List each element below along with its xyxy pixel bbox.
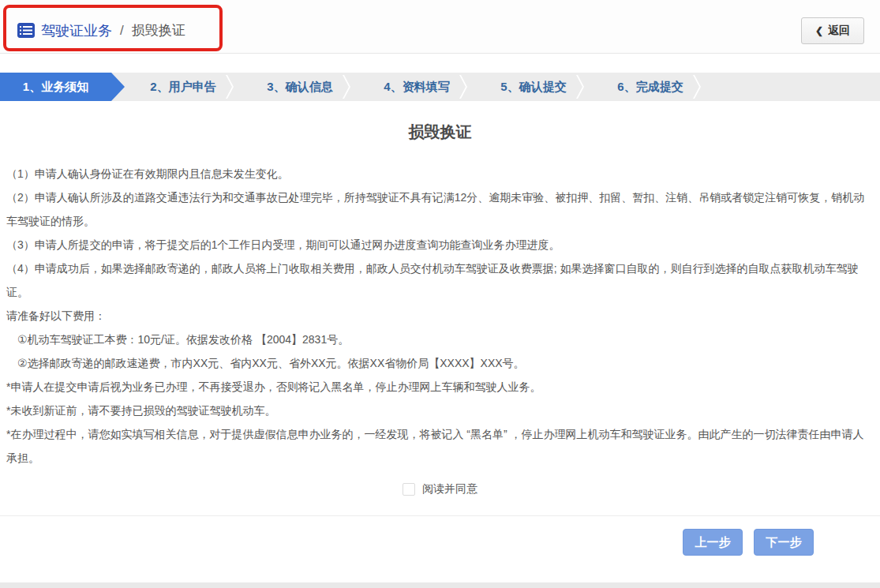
notice-paragraph: *未收到新证前，请不要持已损毁的驾驶证驾驶机动车。 xyxy=(6,399,874,422)
step-item[interactable]: 6、完成提交 xyxy=(592,73,709,101)
previous-step-button[interactable]: 上一步 xyxy=(683,529,743,556)
step-item-label: 5、确认提交 xyxy=(500,80,566,95)
back-button-label: 返回 xyxy=(828,24,850,38)
step-item[interactable]: 1、业务须知 xyxy=(0,73,125,101)
breadcrumb-page: 损毁换证 xyxy=(132,21,185,39)
notice-list: （1）申请人确认身份证在有效期限内且信息未发生变化。（2）申请人确认所涉及的道路… xyxy=(6,162,874,470)
notice-paragraph: ①机动车驾驶证工本费：10元/证。依据发改价格 【2004】2831号。 xyxy=(6,328,874,351)
step-item-label: 1、业务须知 xyxy=(23,80,88,95)
notice-paragraph: （1）申请人确认身份证在有效期限内且信息未发生变化。 xyxy=(6,162,874,185)
agree-checkbox[interactable] xyxy=(403,483,415,496)
notice-paragraph: （2）申请人确认所涉及的道路交通违法行为和交通事故已处理完毕，所持驾驶证不具有记… xyxy=(6,185,874,233)
step-bar-filler xyxy=(709,73,880,101)
step-item[interactable]: 2、用户申告 xyxy=(125,73,242,101)
agree-label[interactable]: 阅读并同意 xyxy=(422,482,477,496)
step-wizard: 1、业务须知 2、用户申告 3、确认信息 4、资料填写 5、确认提交 6、完成提… xyxy=(0,73,880,101)
bottom-edge-strip xyxy=(0,582,880,588)
notice-paragraph: *在办理过程中，请您如实填写相关信息，对于提供虚假信息申办业务的，一经发现，将被… xyxy=(6,422,874,470)
footer-actions: 上一步 下一步 xyxy=(0,515,880,556)
breadcrumb-separator: / xyxy=(118,23,125,39)
notice-paragraph: 请准备好以下费用： xyxy=(6,304,874,328)
breadcrumb-section[interactable]: 驾驶证业务 xyxy=(41,21,112,40)
notice-paragraph: ②选择邮政寄递的邮政速递费，市内XX元、省内XX元、省外XX元。依据XX省物价局… xyxy=(6,351,874,375)
notice-paragraph: *申请人在提交申请后视为业务已办理，不再接受退办，否则将记入黑名单，停止办理网上… xyxy=(6,375,874,399)
next-step-button[interactable]: 下一步 xyxy=(754,529,814,556)
step-item[interactable]: 4、资料填写 xyxy=(358,73,475,101)
step-item-label: 2、用户申告 xyxy=(150,80,215,95)
breadcrumb: 驾驶证业务 / 损毁换证 xyxy=(17,21,185,40)
step-item-label: 3、确认信息 xyxy=(267,80,332,95)
back-chevron-icon: ❮ xyxy=(815,25,823,36)
header: 驾驶证业务 / 损毁换证 ❮ 返回 xyxy=(0,0,880,54)
main-content: 损毁换证 （1）申请人确认身份证在有效期限内且信息未发生变化。（2）申请人确认所… xyxy=(0,101,880,496)
step-item-label: 4、资料填写 xyxy=(384,80,449,95)
page-title: 损毁换证 xyxy=(6,122,874,143)
back-button[interactable]: ❮ 返回 xyxy=(801,17,864,44)
list-icon xyxy=(17,23,35,38)
notice-paragraph: （4）申请成功后，如果选择邮政寄递的，邮政人员将上门收取相关费用，邮政人员交付机… xyxy=(6,257,874,304)
step-item[interactable]: 5、确认提交 xyxy=(475,73,592,101)
step-item[interactable]: 3、确认信息 xyxy=(242,73,358,101)
step-item-label: 6、完成提交 xyxy=(617,80,683,95)
agreement-row: 阅读并同意 xyxy=(6,482,874,496)
notice-paragraph: （3）申请人所提交的申请，将于提交后的1个工作日内受理，期间可以通过网办进度查询… xyxy=(6,233,874,257)
